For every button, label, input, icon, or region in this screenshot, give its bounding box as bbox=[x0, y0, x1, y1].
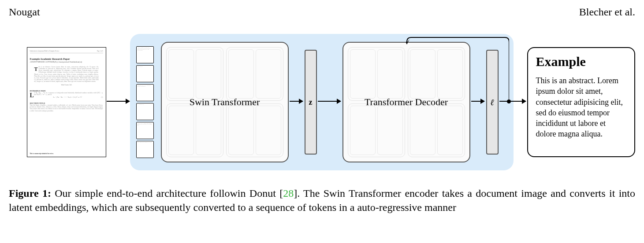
doc-footer: This is a manuscript submitted for revie… bbox=[30, 153, 54, 155]
encoder-label: Swin Transformer bbox=[190, 96, 260, 108]
header-right: Blecher et al. bbox=[579, 6, 635, 18]
output-title: Example bbox=[536, 54, 626, 69]
doc-equation: Sₙ = (X₁ + X₂ + ⋯ + Xₙ)/n = (1/n) Σᵢ₌₁ⁿ … bbox=[53, 96, 82, 98]
input-document-thumbnail: Submission to Anonymous Model of Compute… bbox=[27, 47, 106, 157]
decoder-label: Transformer Decoder bbox=[365, 96, 448, 108]
patch: Example Academic Research Paper ANONYMIS… bbox=[136, 46, 154, 63]
latent-l-label: ℓ bbox=[490, 97, 494, 107]
doc-equation-row: Sₙ = (X₁ + X₂ + ⋯ + Xₙ)/n = (1/n) Σᵢ₌₁ⁿ … bbox=[30, 96, 103, 98]
doc-running-header-right: Page 1 of 6 bbox=[97, 51, 103, 52]
citation-link[interactable]: 28 bbox=[283, 188, 294, 199]
doc-author: ANONYMISED AUTHOR(S) (Anonymised Institu… bbox=[30, 61, 103, 63]
doc-abstract: T his is an abstract. Lorem ipsum dolor … bbox=[34, 66, 99, 83]
image-patches: Example Academic Research Paper ANONYMIS… bbox=[136, 46, 154, 158]
swin-transformer-block: Swin Transformer bbox=[161, 42, 289, 162]
doc-title: Example Academic Research Paper bbox=[30, 58, 103, 61]
arrow-l-to-output bbox=[499, 101, 526, 102]
latent-vector-z: z bbox=[305, 50, 317, 155]
arrow-decoder-to-l bbox=[471, 101, 484, 102]
doc-intro-text: et X₁, X₂, ..., Xₙ be a sequence of inde… bbox=[34, 92, 103, 96]
patch: Word Count 500 bbox=[136, 65, 154, 82]
arrow-input-to-model bbox=[107, 101, 130, 102]
doc-running-header-left: Submission to Anonymous Model of Compute… bbox=[30, 51, 60, 52]
patch: Sn = 1/n sum Xi (1) bbox=[136, 103, 154, 120]
transformer-decoder-block: Transformer Decoder bbox=[342, 42, 470, 162]
figure-label: Figure 1: bbox=[9, 188, 51, 199]
latent-z-label: z bbox=[309, 98, 313, 107]
output-text-box: Example This is an abstract. Lorem ipsum… bbox=[527, 47, 635, 157]
doc-abstract-dropcap: T bbox=[34, 66, 38, 72]
doc-eq-num: (1) bbox=[101, 96, 103, 98]
patch: This is a manuscript submitted for revie… bbox=[136, 141, 154, 158]
figure-caption: Figure 1: Our simple end-to-end architec… bbox=[0, 184, 644, 217]
doc-body-2: Nam dui ligula, fringilla a, euismod sod… bbox=[30, 104, 103, 112]
doc-abstract-text: his is an abstract. Lorem ipsum dolor si… bbox=[34, 66, 99, 83]
arrow-encoder-to-z bbox=[290, 101, 303, 102]
doc-intro-body: L et X₁, X₂, ..., Xₙ be a sequence of in… bbox=[30, 92, 103, 99]
doc-wordcount: Word Count: 500 bbox=[30, 84, 103, 86]
arrow-z-to-decoder bbox=[318, 101, 341, 102]
header-left: Nougat bbox=[9, 6, 40, 18]
running-header: Nougat Blecher et al. bbox=[0, 0, 644, 21]
doc-intro-dropcap: L bbox=[30, 92, 34, 99]
patch: INTRODUCTION L et X1 X2 Xn be a sequence… bbox=[136, 84, 154, 101]
latent-vector-l: ℓ bbox=[486, 50, 499, 155]
architecture-diagram: Submission to Anonymous Model of Compute… bbox=[9, 34, 635, 179]
output-body: This is an abstract. Lorem ipsum dolor s… bbox=[536, 75, 626, 140]
patch: SECTION TITLE Nam dui ligula fringilla a… bbox=[136, 122, 154, 139]
caption-text-1: Our simple end-to-end architecture follo… bbox=[51, 188, 283, 199]
